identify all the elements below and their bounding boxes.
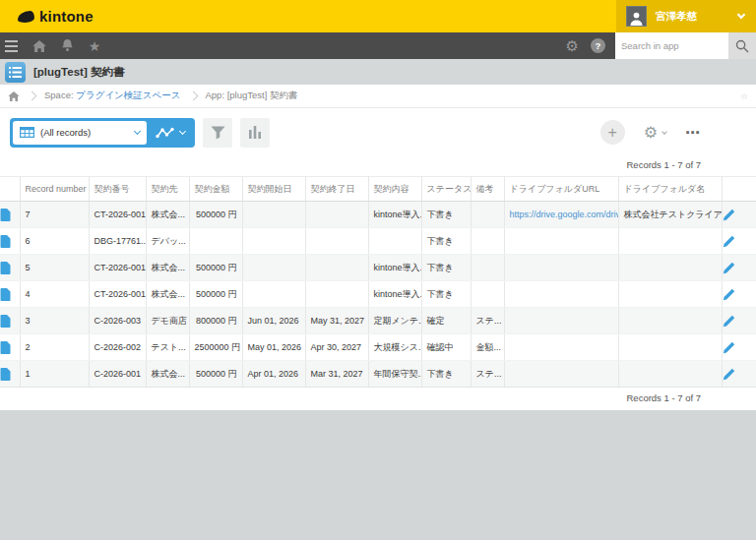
notifications-bell-icon[interactable] (53, 39, 81, 52)
filter-button[interactable] (203, 118, 232, 148)
space-prefix: Space: (44, 90, 74, 100)
kintone-logo-text: kintone (39, 8, 94, 25)
record-detail-icon[interactable] (0, 334, 20, 361)
edit-record-icon[interactable] (722, 334, 756, 361)
cell-note (471, 228, 504, 255)
cell-status: 下書き (421, 202, 471, 228)
cell-start_date (242, 228, 305, 255)
table-row[interactable]: 4CT-2026-001株式会...500000 円kintone導入...下書… (0, 281, 756, 308)
column-client[interactable]: 契約先 (146, 177, 189, 202)
cell-content: kintone導入... (368, 255, 421, 281)
table-header-row: Record number 契約番号 契約先 契約金額 契約開始日 契約終了日 … (0, 177, 756, 202)
cell-drive_url: https://drive.google.com/drive/f... (504, 202, 618, 228)
edit-record-icon[interactable] (722, 281, 756, 308)
column-content[interactable]: 契約内容 (368, 177, 421, 202)
cell-amount: 2500000 円 (189, 334, 242, 361)
view-selector[interactable]: (All records) (13, 121, 147, 145)
app-settings-button[interactable]: ⚙ (644, 125, 666, 141)
cell-drive_name (618, 255, 722, 281)
app-search (615, 32, 756, 59)
record-detail-icon[interactable] (0, 308, 20, 334)
column-icon (0, 177, 20, 202)
column-contract-no[interactable]: 契約番号 (89, 177, 146, 202)
table-row[interactable]: 2C-2026-002テスト...2500000 円May 01, 2026Ap… (0, 334, 756, 361)
graph-menu-button[interactable] (147, 121, 192, 145)
help-icon[interactable]: ? (591, 38, 605, 53)
column-end-date[interactable]: 契約終了日 (305, 177, 368, 202)
column-start-date[interactable]: 契約開始日 (242, 177, 305, 202)
breadcrumb: Space: プラグイン検証スペース App: [plugTest] 契約書 ☆ (0, 85, 756, 108)
gear-icon: ⚙ (644, 125, 658, 141)
breadcrumb-app[interactable]: App: [plugTest] 契約書 (206, 90, 298, 102)
view-selector-group: (All records) (10, 118, 195, 148)
cell-drive_url (504, 308, 618, 334)
space-link[interactable]: プラグイン検証スペース (76, 90, 180, 100)
favorite-app-star-icon[interactable]: ☆ (740, 91, 748, 101)
records-table: Record number 契約番号 契約先 契約金額 契約開始日 契約終了日 … (0, 176, 756, 388)
page-background (0, 410, 756, 540)
edit-record-icon[interactable] (722, 255, 756, 281)
record-detail-icon[interactable] (0, 361, 20, 388)
record-detail-icon[interactable] (0, 255, 20, 281)
table-row[interactable]: 6DBG-17761...デバッ...下書き (0, 228, 756, 255)
edit-record-icon[interactable] (722, 361, 756, 388)
column-edit (722, 177, 756, 202)
app-header-bar: [plugTest] 契約書 (0, 59, 756, 85)
cell-content: 年間保守契... (368, 361, 421, 388)
cell-end_date: Apr 30, 2027 (305, 334, 368, 361)
breadcrumb-home-icon[interactable] (8, 91, 20, 101)
cell-client: テスト... (146, 334, 189, 361)
search-button[interactable] (728, 32, 756, 59)
record-detail-icon[interactable] (0, 202, 20, 228)
edit-record-icon[interactable] (722, 308, 756, 334)
cell-note (471, 202, 504, 228)
cell-status: 確認中 (421, 334, 471, 361)
add-record-button[interactable]: + (600, 120, 625, 145)
cell-start_date (242, 255, 305, 281)
cell-drive_name (618, 361, 722, 388)
view-selector-label: (All records) (40, 127, 129, 138)
settings-gear-icon[interactable]: ⚙ (566, 38, 579, 53)
view-toolbar: (All records) + ⚙ ⋯ (0, 108, 756, 148)
more-options-button[interactable]: ⋯ (685, 124, 701, 142)
kintone-logo[interactable]: kintone (0, 8, 94, 25)
table-row[interactable]: 3C-2026-003デモ商店800000 円Jun 01, 2026May 3… (0, 308, 756, 334)
record-detail-icon[interactable] (0, 281, 20, 308)
cell-record_number: 3 (20, 308, 89, 334)
cell-amount (189, 228, 242, 255)
table-row[interactable]: 1C-2026-001株式会...500000 円Apr 01, 2026Mar… (0, 361, 756, 388)
cell-client: 株式会... (146, 361, 189, 388)
cell-status: 下書き (421, 228, 471, 255)
cell-amount: 800000 円 (189, 308, 242, 334)
edit-record-icon[interactable] (722, 228, 756, 255)
user-menu[interactable]: 宮澤孝慈 (616, 0, 756, 32)
column-note[interactable]: 備考 (471, 177, 504, 202)
chevron-down-icon (662, 129, 667, 135)
app-list-icon (5, 62, 26, 83)
home-icon[interactable] (26, 40, 53, 52)
cell-amount: 500000 円 (189, 281, 242, 308)
cell-content: 定期メンテ... (368, 308, 421, 334)
chart-button[interactable] (240, 118, 270, 148)
column-amount[interactable]: 契約金額 (189, 177, 242, 202)
table-row[interactable]: 7CT-2026-001株式会...500000 円kintone導入...下書… (0, 202, 756, 228)
cell-amount: 500000 円 (189, 202, 242, 228)
cell-client: デモ商店 (146, 308, 189, 334)
table-row[interactable]: 5CT-2026-001株式会...500000 円kintone導入...下書… (0, 255, 756, 281)
column-drive-url[interactable]: ドライブフォルダURL (504, 177, 618, 202)
cell-end_date (305, 281, 368, 308)
record-detail-icon[interactable] (0, 228, 20, 255)
edit-record-icon[interactable] (722, 202, 756, 228)
column-drive-name[interactable]: ドライブフォルダ名 (618, 177, 722, 202)
cell-drive_url (504, 281, 618, 308)
drive-url-link[interactable]: https://drive.google.com/drive/f... (510, 210, 619, 219)
column-status[interactable]: ステータス (421, 177, 471, 202)
favorites-star-icon[interactable]: ★ (81, 39, 108, 53)
search-input[interactable] (615, 32, 728, 59)
cell-contract_no: DBG-17761... (89, 228, 146, 255)
records-count-bottom: Records 1 - 7 of 7 (0, 388, 756, 410)
column-record-number[interactable]: Record number (20, 177, 89, 202)
global-nav-bar: ★ ⚙ ? (0, 32, 756, 59)
chevron-down-icon (179, 128, 186, 135)
hamburger-menu-icon[interactable] (0, 40, 26, 52)
